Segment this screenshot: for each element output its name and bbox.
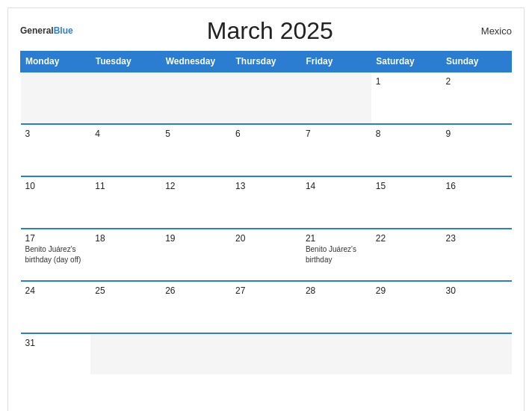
day-number: 29 xyxy=(376,285,437,296)
calendar-cell: 31 xyxy=(21,333,91,374)
day-number: 17 xyxy=(25,233,87,244)
calendar-cell: 18 xyxy=(90,229,161,281)
calendar-cell: 22 xyxy=(371,229,442,281)
calendar-cell: 15 xyxy=(371,176,442,229)
calendar-cell xyxy=(161,72,231,124)
calendar-cell: 3 xyxy=(21,124,91,176)
calendar-cell: 8 xyxy=(371,124,442,176)
calendar-cell: 27 xyxy=(231,281,301,333)
day-number: 2 xyxy=(446,76,507,87)
calendar-cell xyxy=(90,72,161,124)
calendar-week-row: 24252627282930 xyxy=(21,281,512,333)
day-number: 12 xyxy=(165,181,226,191)
weekday-header: Friday xyxy=(301,52,371,72)
day-number: 7 xyxy=(306,129,367,139)
event-label: Benito Juárez's birthday (day off) xyxy=(25,245,81,264)
weekday-header: Monday xyxy=(21,52,91,72)
logo-blue-text: Blue xyxy=(54,26,73,36)
calendar-cell: 7 xyxy=(301,124,371,176)
weekday-header: Thursday xyxy=(231,52,301,72)
calendar-cell: 2 xyxy=(442,72,512,124)
logo-general-text: General xyxy=(20,26,54,36)
day-number: 31 xyxy=(25,338,87,348)
calendar-week-row: 17Benito Juárez's birthday (day off)1819… xyxy=(21,229,512,281)
calendar-cell: 14 xyxy=(301,176,371,229)
day-number: 14 xyxy=(306,181,367,191)
calendar-cell: 30 xyxy=(442,281,512,333)
calendar-cell: 20 xyxy=(231,229,301,281)
calendar-cell: 23 xyxy=(442,229,512,281)
day-number: 15 xyxy=(376,181,437,191)
calendar-table: MondayTuesdayWednesdayThursdayFridaySatu… xyxy=(20,51,512,374)
calendar-cell: 25 xyxy=(90,281,161,333)
calendar-week-row: 31 xyxy=(21,333,512,374)
day-number: 3 xyxy=(25,129,87,139)
day-number: 28 xyxy=(306,285,367,296)
calendar-cell xyxy=(231,333,301,374)
weekday-header: Saturday xyxy=(371,52,442,72)
day-number: 11 xyxy=(95,181,156,191)
calendar-cell: 17Benito Juárez's birthday (day off) xyxy=(21,229,91,281)
calendar-cell xyxy=(161,333,231,374)
day-number: 16 xyxy=(446,181,507,191)
calendar-cell xyxy=(231,72,301,124)
day-number: 9 xyxy=(446,129,507,139)
calendar-cell: 1 xyxy=(371,72,442,124)
day-number: 27 xyxy=(235,285,297,296)
calendar-week-row: 12 xyxy=(21,72,512,124)
calendar-cell: 5 xyxy=(161,124,231,176)
calendar-title: March 2025 xyxy=(73,17,467,45)
calendar-cell xyxy=(21,72,91,124)
calendar-cell: 13 xyxy=(231,176,301,229)
weekday-header: Wednesday xyxy=(161,52,231,72)
day-number: 23 xyxy=(446,233,507,244)
day-number: 10 xyxy=(25,181,87,191)
day-number: 5 xyxy=(165,129,226,139)
calendar-cell xyxy=(90,333,161,374)
calendar-cell: 28 xyxy=(301,281,371,333)
day-number: 24 xyxy=(25,285,87,296)
country-label: Mexico xyxy=(467,25,512,37)
calendar-cell xyxy=(442,333,512,374)
day-number: 22 xyxy=(376,233,437,244)
day-number: 8 xyxy=(376,129,437,139)
event-label: Benito Juárez's birthday xyxy=(306,245,356,264)
calendar-cell: 6 xyxy=(231,124,301,176)
weekday-header: Sunday xyxy=(442,52,512,72)
calendar-cell: 16 xyxy=(442,176,512,229)
day-number: 18 xyxy=(95,233,156,244)
day-number: 26 xyxy=(165,285,226,296)
calendar-week-row: 3456789 xyxy=(21,124,512,176)
day-number: 30 xyxy=(446,285,507,296)
calendar-cell: 21Benito Juárez's birthday xyxy=(301,229,371,281)
calendar-cell: 9 xyxy=(442,124,512,176)
calendar-cell: 4 xyxy=(90,124,161,176)
calendar-body: 1234567891011121314151617Benito Juárez's… xyxy=(21,72,512,374)
calendar-cell: 12 xyxy=(161,176,231,229)
calendar-cell: 19 xyxy=(161,229,231,281)
day-number: 13 xyxy=(235,181,297,191)
calendar-container: General Blue March 2025 Mexico MondayTue… xyxy=(7,7,525,411)
weekday-header: Tuesday xyxy=(90,52,161,72)
calendar-cell xyxy=(371,333,442,374)
calendar-cell: 29 xyxy=(371,281,442,333)
calendar-header-row: MondayTuesdayWednesdayThursdayFridaySatu… xyxy=(21,52,512,72)
calendar-cell: 26 xyxy=(161,281,231,333)
day-number: 4 xyxy=(95,129,156,139)
day-number: 6 xyxy=(235,129,297,139)
calendar-cell: 24 xyxy=(21,281,91,333)
logo: General Blue xyxy=(20,26,73,36)
calendar-cell: 10 xyxy=(21,176,91,229)
day-number: 20 xyxy=(235,233,297,244)
calendar-cell xyxy=(301,72,371,124)
calendar-header: General Blue March 2025 Mexico xyxy=(20,17,512,45)
calendar-week-row: 10111213141516 xyxy=(21,176,512,229)
day-number: 21 xyxy=(306,233,367,244)
calendar-cell xyxy=(301,333,371,374)
calendar-cell: 11 xyxy=(90,176,161,229)
day-number: 1 xyxy=(376,76,437,87)
day-number: 25 xyxy=(95,285,156,296)
day-number: 19 xyxy=(165,233,226,244)
